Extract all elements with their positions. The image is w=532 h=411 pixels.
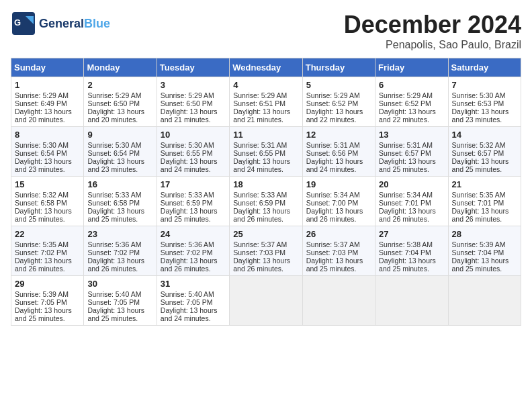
day-info-line: Sunrise: 5:29 AM bbox=[306, 91, 371, 99]
day-info-line: Daylight: 13 hours bbox=[233, 157, 298, 165]
day-info-line: Daylight: 13 hours bbox=[306, 207, 371, 215]
day-info-line: and 21 minutes. bbox=[233, 116, 298, 124]
day-info-line: Sunrise: 5:29 AM bbox=[15, 91, 80, 99]
day-info-line: Daylight: 13 hours bbox=[379, 257, 444, 265]
day-info-line: and 26 minutes. bbox=[233, 215, 298, 223]
calendar-header-row: SundayMondayTuesdayWednesdayThursdayFrid… bbox=[11, 58, 521, 77]
day-info-line: Sunset: 6:54 PM bbox=[15, 149, 80, 157]
day-number: 21 bbox=[452, 179, 517, 189]
day-info-line: and 26 minutes. bbox=[379, 215, 444, 223]
calendar-cell: 5Sunrise: 5:29 AMSunset: 6:52 PMDaylight… bbox=[302, 77, 375, 127]
calendar-header-saturday: Saturday bbox=[448, 58, 521, 77]
day-info-line: Sunset: 6:56 PM bbox=[306, 149, 371, 157]
day-info-line: Sunset: 7:03 PM bbox=[233, 248, 298, 257]
calendar-cell: 27Sunrise: 5:38 AMSunset: 7:04 PMDayligh… bbox=[375, 226, 448, 276]
day-info-line: Sunrise: 5:31 AM bbox=[233, 141, 298, 149]
day-info-line: Sunset: 7:00 PM bbox=[306, 199, 371, 207]
day-info-line: Daylight: 13 hours bbox=[161, 157, 226, 165]
day-info-line: Sunrise: 5:35 AM bbox=[15, 240, 80, 248]
day-info-line: Sunrise: 5:30 AM bbox=[161, 141, 226, 149]
day-info-line: Daylight: 13 hours bbox=[15, 157, 80, 165]
day-info-line: Daylight: 13 hours bbox=[87, 306, 152, 314]
day-info-line: Sunset: 6:57 PM bbox=[452, 149, 517, 157]
day-info-line: Daylight: 13 hours bbox=[233, 107, 298, 116]
day-info-line: Sunset: 6:55 PM bbox=[233, 149, 298, 157]
day-info-line: and 25 minutes. bbox=[379, 165, 444, 173]
day-number: 1 bbox=[15, 80, 80, 90]
calendar-cell: 31Sunrise: 5:40 AMSunset: 7:05 PMDayligh… bbox=[157, 276, 229, 326]
day-info-line: Sunrise: 5:33 AM bbox=[87, 191, 152, 199]
calendar-cell: 17Sunrise: 5:33 AMSunset: 6:59 PMDayligh… bbox=[157, 177, 229, 226]
day-info-line: Daylight: 13 hours bbox=[452, 157, 517, 165]
day-info-line: Sunrise: 5:29 AM bbox=[379, 91, 444, 99]
day-info-line: Daylight: 13 hours bbox=[379, 107, 444, 116]
calendar-cell bbox=[375, 276, 448, 326]
calendar-cell: 24Sunrise: 5:36 AMSunset: 7:02 PMDayligh… bbox=[157, 226, 229, 276]
calendar-week-2: 8Sunrise: 5:30 AMSunset: 6:54 PMDaylight… bbox=[11, 127, 521, 177]
day-info-line: Daylight: 13 hours bbox=[161, 257, 226, 265]
day-info-line: Daylight: 13 hours bbox=[452, 207, 517, 215]
day-info-line: and 26 minutes. bbox=[452, 215, 517, 223]
calendar-week-1: 1Sunrise: 5:29 AMSunset: 6:49 PMDaylight… bbox=[11, 77, 521, 127]
day-info-line: Daylight: 13 hours bbox=[233, 207, 298, 215]
day-info-line: and 20 minutes. bbox=[15, 116, 80, 124]
calendar-cell: 14Sunrise: 5:32 AMSunset: 6:57 PMDayligh… bbox=[448, 127, 521, 177]
day-info-line: Daylight: 13 hours bbox=[87, 107, 152, 116]
day-info-line: and 24 minutes. bbox=[306, 165, 371, 173]
calendar-header-monday: Monday bbox=[84, 58, 157, 77]
day-info-line: and 24 minutes. bbox=[161, 314, 226, 322]
day-info-line: Sunrise: 5:39 AM bbox=[15, 290, 80, 298]
logo: G GeneralBlue bbox=[11, 11, 110, 36]
day-info-line: Daylight: 13 hours bbox=[161, 306, 226, 314]
day-number: 10 bbox=[161, 130, 226, 140]
calendar-cell: 3Sunrise: 5:29 AMSunset: 6:50 PMDaylight… bbox=[157, 77, 229, 127]
calendar-cell: 26Sunrise: 5:37 AMSunset: 7:03 PMDayligh… bbox=[302, 226, 375, 276]
calendar-cell bbox=[448, 276, 521, 326]
day-info-line: Sunrise: 5:30 AM bbox=[15, 141, 80, 149]
day-info-line: Sunset: 6:52 PM bbox=[379, 99, 444, 107]
calendar-cell: 4Sunrise: 5:29 AMSunset: 6:51 PMDaylight… bbox=[230, 77, 302, 127]
day-number: 13 bbox=[379, 130, 444, 140]
day-info-line: Daylight: 13 hours bbox=[306, 107, 371, 116]
calendar-cell: 25Sunrise: 5:37 AMSunset: 7:03 PMDayligh… bbox=[230, 226, 302, 276]
day-info-line: Sunset: 7:03 PM bbox=[306, 248, 371, 257]
calendar-header-tuesday: Tuesday bbox=[157, 58, 229, 77]
day-info-line: Sunset: 6:58 PM bbox=[15, 199, 80, 207]
calendar-cell: 20Sunrise: 5:34 AMSunset: 7:01 PMDayligh… bbox=[375, 177, 448, 226]
svg-text:G: G bbox=[14, 17, 21, 28]
day-number: 19 bbox=[306, 179, 371, 189]
day-info-line: Sunset: 6:57 PM bbox=[379, 149, 444, 157]
day-info-line: Sunrise: 5:36 AM bbox=[87, 240, 152, 248]
logo-icon: G bbox=[11, 11, 36, 36]
calendar-header-wednesday: Wednesday bbox=[230, 58, 302, 77]
day-number: 26 bbox=[306, 229, 371, 239]
calendar-cell: 19Sunrise: 5:34 AMSunset: 7:00 PMDayligh… bbox=[302, 177, 375, 226]
day-info-line: and 20 minutes. bbox=[87, 116, 152, 124]
day-info-line: Sunset: 7:02 PM bbox=[161, 248, 226, 257]
day-info-line: and 21 minutes. bbox=[161, 116, 226, 124]
day-info-line: Sunrise: 5:40 AM bbox=[87, 290, 152, 298]
calendar-cell: 10Sunrise: 5:30 AMSunset: 6:55 PMDayligh… bbox=[157, 127, 229, 177]
calendar-cell bbox=[302, 276, 375, 326]
calendar-cell: 9Sunrise: 5:30 AMSunset: 6:54 PMDaylight… bbox=[84, 127, 157, 177]
day-info-line: and 25 minutes. bbox=[87, 215, 152, 223]
calendar-cell: 12Sunrise: 5:31 AMSunset: 6:56 PMDayligh… bbox=[302, 127, 375, 177]
day-number: 20 bbox=[379, 179, 444, 189]
day-info-line: Sunrise: 5:35 AM bbox=[452, 191, 517, 199]
day-info-line: Daylight: 13 hours bbox=[15, 257, 80, 265]
day-info-line: Sunset: 7:05 PM bbox=[87, 298, 152, 306]
day-info-line: Daylight: 13 hours bbox=[306, 157, 371, 165]
day-info-line: Daylight: 13 hours bbox=[15, 107, 80, 116]
day-number: 30 bbox=[87, 279, 152, 289]
day-info-line: Sunrise: 5:31 AM bbox=[379, 141, 444, 149]
day-number: 31 bbox=[161, 279, 226, 289]
day-number: 14 bbox=[452, 130, 517, 140]
day-info-line: Sunrise: 5:34 AM bbox=[379, 191, 444, 199]
day-info-line: and 26 minutes. bbox=[306, 215, 371, 223]
calendar-cell: 6Sunrise: 5:29 AMSunset: 6:52 PMDaylight… bbox=[375, 77, 448, 127]
calendar-header-sunday: Sunday bbox=[11, 58, 84, 77]
day-info-line: Sunrise: 5:29 AM bbox=[87, 91, 152, 99]
day-info-line: Sunrise: 5:40 AM bbox=[161, 290, 226, 298]
day-info-line: Daylight: 13 hours bbox=[161, 207, 226, 215]
day-info-line: Daylight: 13 hours bbox=[452, 107, 517, 116]
